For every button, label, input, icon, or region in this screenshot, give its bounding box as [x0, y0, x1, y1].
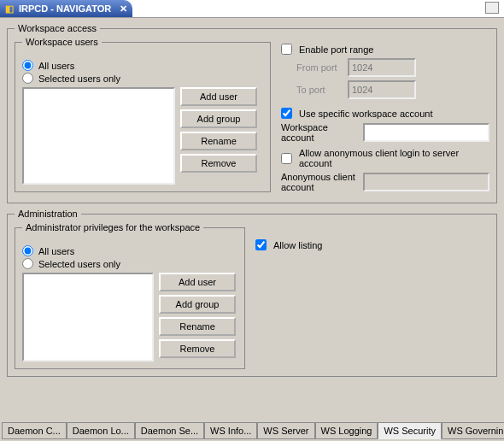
admin-privs-group: Administrator privileges for the workspa… [15, 227, 245, 369]
tab-daemon-c[interactable]: Daemon C... [2, 422, 67, 439]
app-icon: ◧ [3, 3, 15, 15]
use-specific-account-checkbox[interactable] [281, 108, 292, 119]
maximize-button[interactable] [485, 2, 499, 14]
from-port-label: From port [296, 62, 343, 73]
admin-selected-radio[interactable] [22, 258, 33, 269]
workspace-account-input[interactable] [363, 123, 489, 142]
workspace-access-group: Workspace access Workspace users All use… [7, 23, 497, 203]
admin-all-label: All users [38, 246, 74, 256]
workspace-access-legend: Workspace access [15, 23, 100, 33]
window-title: IRPCD - NAVIGATOR [19, 3, 111, 14]
admin-remove-button[interactable]: Remove [159, 339, 236, 358]
allow-anon-label: Allow anonymous client login to server a… [299, 148, 489, 168]
admin-users-listbox[interactable] [22, 273, 154, 362]
use-specific-account-label: Use specific workspace account [299, 109, 433, 119]
tab-ws-governing[interactable]: WS Governing [442, 422, 504, 439]
administration-group: Administration Administrator privileges … [7, 209, 497, 377]
close-icon[interactable]: ✕ [120, 3, 127, 15]
admin-all-radio[interactable] [22, 245, 33, 256]
ws-rename-button[interactable]: Rename [180, 132, 257, 150]
to-port-input[interactable] [348, 80, 416, 99]
admin-add-user-button[interactable]: Add user [159, 273, 236, 291]
tab-daemon-se[interactable]: Daemon Se... [135, 422, 204, 439]
title-bar: ◧ IRPCD - NAVIGATOR ✕ [0, 0, 504, 18]
workspace-users-group: Workspace users All users Selected users… [15, 42, 271, 192]
ws-remove-button[interactable]: Remove [180, 154, 257, 173]
admin-rename-button[interactable]: Rename [159, 317, 236, 336]
ws-users-all-label: All users [38, 61, 74, 71]
tab-ws-info[interactable]: WS Info... [204, 422, 257, 439]
from-port-input[interactable] [348, 58, 416, 77]
administration-legend: Administration [15, 209, 81, 219]
allow-listing-checkbox[interactable] [255, 239, 267, 250]
ws-users-selected-label: Selected users only [38, 74, 120, 84]
window-tab[interactable]: ◧ IRPCD - NAVIGATOR ✕ [0, 0, 132, 17]
admin-privs-legend: Administrator privileges for the workspa… [22, 222, 203, 232]
tab-ws-security[interactable]: WS Security [378, 422, 442, 439]
ws-add-group-button[interactable]: Add group [180, 109, 257, 128]
workspace-users-legend: Workspace users [22, 37, 102, 47]
titlebar-right [485, 2, 504, 15]
ws-users-all-radio[interactable] [22, 60, 33, 71]
enable-port-range-checkbox[interactable] [281, 44, 292, 55]
tab-daemon-lo[interactable]: Daemon Lo... [67, 422, 135, 439]
anon-account-input[interactable] [363, 173, 489, 191]
bottom-tabstrip: Daemon C...Daemon Lo...Daemon Se...WS In… [2, 422, 502, 439]
to-port-label: To port [296, 85, 343, 95]
allow-anon-checkbox[interactable] [281, 153, 292, 164]
allow-listing-label: Allow listing [273, 240, 322, 250]
ws-users-selected-radio[interactable] [22, 73, 33, 84]
admin-add-group-button[interactable]: Add group [159, 295, 236, 314]
tab-ws-server[interactable]: WS Server [257, 422, 314, 439]
ws-users-listbox[interactable] [22, 87, 175, 185]
anon-account-label: Anonymous client account [281, 172, 358, 192]
enable-port-range-label: Enable port range [299, 44, 373, 55]
tab-ws-logging[interactable]: WS Logging [315, 422, 378, 439]
admin-selected-label: Selected users only [38, 259, 120, 269]
workspace-account-label: Workspace account [281, 122, 358, 143]
ws-add-user-button[interactable]: Add user [180, 87, 257, 106]
